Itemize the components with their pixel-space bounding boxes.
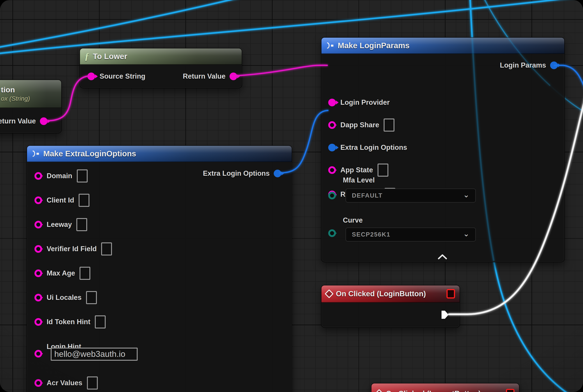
function-icon: ƒ [84,52,89,61]
pin-label-return-value: Return Value [183,72,226,80]
pin-return-value-out[interactable] [40,117,48,125]
pin-mfa-level[interactable] [328,192,336,200]
pin-label-login-provider: Login Provider [340,98,390,106]
pin-leeway[interactable] [34,221,42,228]
login-hint-value: hello@web3auth.io [54,350,125,359]
login-hint-input[interactable]: hello@web3auth.io [51,348,138,361]
pin-app-state[interactable] [328,166,336,174]
pin-login-hint[interactable] [34,350,42,358]
collapse-node-button[interactable] [438,254,447,259]
pin-label-id-token-hint: Id Token Hint [47,318,90,326]
pin-extra-login-options-in[interactable] [328,144,336,152]
pin-label-extra-login-options-in: Extra Login Options [340,144,407,152]
make-struct-icon [32,150,40,157]
pin-row-client-id: Client Id [34,194,90,206]
pin-dapp-share[interactable] [328,121,336,129]
pin-verifier-id-field[interactable] [34,245,42,253]
pin-source-string[interactable] [88,72,95,80]
node-title: Make LoginParams [338,41,410,50]
pin-ui-locales[interactable] [34,294,42,302]
pin-client-id[interactable] [34,196,42,204]
delegate-red-square-icon[interactable] [506,389,514,392]
pin-login-provider[interactable] [328,99,336,106]
pin-row-acr-values: Acr Values [34,377,98,389]
event-icon [374,389,384,392]
make-struct-icon [326,42,334,49]
pin-max-age[interactable] [34,270,42,277]
wire-tolower-to-login-provider[interactable] [231,65,328,76]
pin-label-ui-locales: Ui Locales [47,294,82,302]
pin-curve[interactable] [328,229,336,237]
node-subtitle-fragment: ox (String) [1,95,30,102]
pin-domain[interactable] [34,172,42,180]
value-box-max-age[interactable] [80,267,90,280]
node-on-clicked-login-button[interactable]: On Clicked (LoginButton) [321,285,460,328]
pin-label-client-id: Client Id [47,196,74,204]
curve-value: SECP256K1 [352,231,390,238]
pin-acr-values[interactable] [34,379,42,387]
pin-row-max-age: Max Age [34,267,90,279]
blueprint-graph-canvas[interactable]: tion ox (String) eturn Value ƒ To Lower … [0,0,583,392]
pin-label-app-state: App State [340,166,373,174]
node-make-login-params[interactable]: Make LoginParams Login Provider Dapp Sha… [321,37,565,262]
curve-dropdown[interactable]: SECP256K1 ⌄ [346,228,476,242]
pin-label-max-age: Max Age [47,269,75,277]
pin-row-ui-locales: Ui Locales [34,292,97,304]
delegate-red-square-icon[interactable] [446,289,455,298]
value-box-ui-locales[interactable] [86,291,97,304]
value-box-verifier-id-field[interactable] [101,242,112,256]
exec-output-pin[interactable] [442,311,449,319]
event-icon [324,289,334,298]
pin-label-mfa-level: Mfa Level [343,176,374,184]
pin-label-domain: Domain [47,172,72,180]
pin-label-login-params-out: Login Params [500,61,546,70]
pin-label-dapp-share: Dapp Share [340,121,379,129]
node-getter-partial[interactable]: tion ox (String) eturn Value [0,80,62,133]
pin-label-extra-login-options-out: Extra Login Options [203,170,270,178]
value-box-dapp-share[interactable] [384,118,394,132]
mfa-level-value: DEFAULT [352,192,383,199]
value-box-app-state[interactable] [378,164,388,177]
pin-label-leeway: Leeway [47,220,72,229]
pin-extra-login-options-out[interactable] [274,170,281,177]
pin-return-value[interactable] [230,72,237,80]
node-title: On Clicked (LoginButton) [336,290,426,298]
pin-label-verifier-id-field: Verifier Id Field [47,245,97,253]
pin-label-source-string: Source String [100,72,145,80]
pin-label-acr-values: Acr Values [47,379,82,387]
pin-id-token-hint[interactable] [34,318,42,326]
pin-row-verifier-id-field: Verifier Id Field [34,243,112,255]
node-title: Make ExtraLoginOptions [43,149,136,158]
node-title-fragment: tion [1,86,15,94]
node-title: To Lower [93,52,127,61]
mfa-level-dropdown[interactable]: DEFAULT ⌄ [346,188,476,202]
value-box-leeway[interactable] [76,218,87,231]
wire-cyan-top-a[interactable] [0,0,245,48]
node-to-lower[interactable]: ƒ To Lower Source String Return Value [80,48,242,88]
value-box-acr-values[interactable] [87,376,98,390]
value-box-client-id[interactable] [78,194,90,207]
value-box-domain[interactable] [77,170,88,182]
node-title: On Clicked (LogoutButton) [386,389,481,392]
value-box-id-token-hint[interactable] [95,316,106,328]
node-make-extra-login-options[interactable]: Make ExtraLoginOptions DomainClient IdLe… [26,145,292,392]
pin-label-return-value-fragment: eturn Value [0,117,36,125]
pin-login-params-out[interactable] [550,62,558,69]
pin-row-leeway: Leeway [34,218,87,231]
pin-row-id-token-hint: Id Token Hint [34,316,106,328]
pin-row-domain: Domain [34,170,88,182]
pin-label-curve: Curve [343,216,363,224]
node-on-clicked-logout-button[interactable]: On Clicked (LogoutButton) [371,383,520,392]
